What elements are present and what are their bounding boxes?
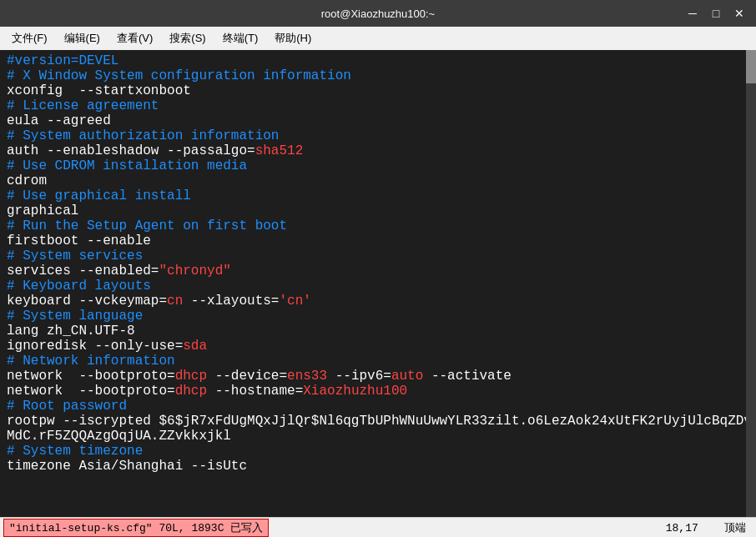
minimize-button[interactable]: ─ bbox=[683, 4, 703, 23]
line-26: # Root password bbox=[7, 399, 749, 414]
line-28: MdC.rF5ZQQAzgOqjUA.ZZvkkxjkl bbox=[7, 429, 749, 444]
line-6: # System authorization information bbox=[7, 128, 749, 143]
menu-help[interactable]: 帮助(H) bbox=[266, 28, 320, 49]
line-22: # Network information bbox=[7, 354, 749, 369]
line-5: eula --agreed bbox=[7, 113, 749, 128]
line-27: rootpw --iscrypted $6$jR7xFdUgMQxJjlQr$N… bbox=[7, 414, 749, 429]
status-message: "initial-setup-ks.cfg" 70L, 1893C 已写入 bbox=[3, 519, 269, 537]
menu-file[interactable]: 文件(F) bbox=[3, 28, 56, 49]
line-2: # X Window System configuration informat… bbox=[7, 68, 749, 83]
line-4: # License agreement bbox=[7, 98, 749, 113]
terminal-wrapper: #version=DEVEL # X Window System configu… bbox=[0, 50, 756, 517]
scrollbar-thumb[interactable] bbox=[746, 50, 756, 83]
line-7: auth --enableshadow --passalgo=sha512 bbox=[7, 143, 749, 158]
window-controls: ─ □ ✕ bbox=[683, 4, 749, 23]
close-button[interactable]: ✕ bbox=[729, 4, 749, 23]
line-12: # Run the Setup Agent on first boot bbox=[7, 218, 749, 233]
line-18: # System language bbox=[7, 309, 749, 324]
menu-search[interactable]: 搜索(S) bbox=[161, 28, 214, 49]
line-9: cdrom bbox=[7, 173, 749, 188]
line-17: keyboard --vckeymap=cn --xlayouts='cn' bbox=[7, 294, 749, 309]
menu-terminal[interactable]: 终端(T) bbox=[214, 28, 267, 49]
line-1: #version=DEVEL bbox=[7, 53, 749, 68]
terminal-content[interactable]: #version=DEVEL # X Window System configu… bbox=[0, 50, 756, 517]
status-bar: "initial-setup-ks.cfg" 70L, 1893C 已写入 18… bbox=[0, 517, 756, 537]
maximize-button[interactable]: □ bbox=[706, 4, 726, 23]
line-21: ignoredisk --only-use=sda bbox=[7, 339, 749, 354]
line-3: xconfig --startxonboot bbox=[7, 83, 749, 98]
line-23: network --bootproto=dhcp --device=ens33 … bbox=[7, 369, 749, 384]
line-16: # Keyboard layouts bbox=[7, 279, 749, 294]
menu-bar: 文件(F) 编辑(E) 查看(V) 搜索(S) 终端(T) 帮助(H) bbox=[0, 27, 756, 50]
status-position: 18,17 顶端 bbox=[666, 520, 753, 535]
terminal-window: root@Xiaozhuzhu100:~ ─ □ ✕ 文件(F) 编辑(E) 查… bbox=[0, 0, 756, 537]
line-13: firstboot --enable bbox=[7, 233, 749, 248]
line-11: graphical bbox=[7, 203, 749, 218]
line-14: # System services bbox=[7, 248, 749, 263]
line-19: lang zh_CN.UTF-8 bbox=[7, 324, 749, 339]
line-15: services --enabled="chronyd" bbox=[7, 263, 749, 279]
menu-view[interactable]: 查看(V) bbox=[108, 28, 161, 49]
scrollbar[interactable] bbox=[746, 50, 756, 517]
window-title: root@Xiaozhuzhu100:~ bbox=[321, 8, 435, 20]
title-bar: root@Xiaozhuzhu100:~ ─ □ ✕ bbox=[0, 0, 756, 27]
menu-edit[interactable]: 编辑(E) bbox=[56, 28, 108, 49]
line-30: timezone Asia/Shanghai --isUtc bbox=[7, 459, 749, 474]
line-8: # Use CDROM installation media bbox=[7, 158, 749, 173]
line-24: network --bootproto=dhcp --hostname=Xiao… bbox=[7, 384, 749, 399]
line-10: # Use graphical install bbox=[7, 188, 749, 203]
line-29: # System timezone bbox=[7, 444, 749, 459]
